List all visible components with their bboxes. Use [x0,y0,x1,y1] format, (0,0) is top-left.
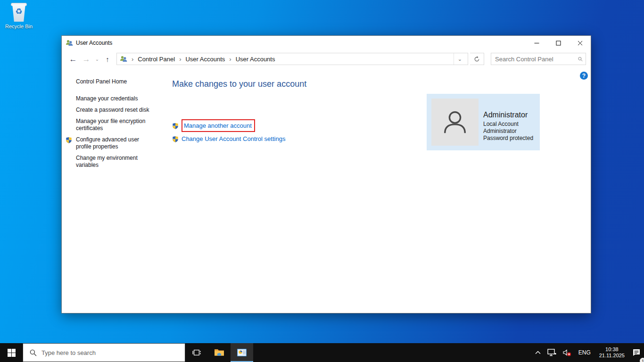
title-bar[interactable]: User Accounts [62,36,591,50]
volume-tray-button[interactable] [560,343,574,362]
recycle-bin-label: Recycle Bin [4,24,34,29]
language-indicator[interactable]: ENG [574,343,595,362]
uac-shield-icon [172,136,179,142]
breadcrumb-separator-icon: › [176,56,184,63]
sidebar-item-advanced-user-profile[interactable]: Configure advanced user profile properti… [76,136,166,150]
system-tray: ENG 10:38 21.11.2025 1 [532,343,644,362]
search-icon [578,56,583,62]
account-name: Administrator [483,111,533,119]
start-button[interactable] [0,343,23,362]
taskbar-search[interactable]: Type here to search [23,343,185,362]
user-silhouette-icon [440,107,470,137]
refresh-icon [474,56,480,62]
search-input[interactable] [495,56,578,63]
address-dropdown-chevron-icon[interactable]: ⌄ [454,53,466,65]
control-panel-search[interactable] [491,53,586,65]
breadcrumb-user-accounts[interactable]: User Accounts [184,55,226,64]
ethernet-network-icon [547,349,556,356]
recent-pages-chevron-icon[interactable]: ⌄ [94,57,100,62]
sidebar: Control Panel Home Manage your credentia… [62,68,166,313]
file-explorer-icon [214,348,224,357]
account-role-line: Administrator [483,128,533,135]
highlight-box: Manage another account [182,119,255,132]
action-center-button[interactable]: 1 [629,343,644,362]
close-button[interactable] [569,36,591,50]
tray-date: 21.11.2025 [599,353,625,359]
tray-overflow-button[interactable] [532,343,544,362]
recycle-bin-icon: ♻ [10,3,27,23]
control-panel-window-icon [237,348,247,357]
maximize-button[interactable] [547,36,569,50]
sidebar-item-control-panel-home[interactable]: Control Panel Home [76,78,166,85]
task-view-button[interactable] [185,343,208,362]
account-type-line: Local Account [483,121,533,128]
user-accounts-breadcrumb-icon [120,55,127,63]
volume-muted-icon [563,349,571,356]
window-content: ? Control Panel Home Manage your credent… [62,68,591,313]
recycle-bin-shortcut[interactable]: ♻ Recycle Bin [4,3,34,29]
uac-shield-icon [66,137,72,143]
window-title: User Accounts [76,40,526,46]
main-pane: Make changes to your user account Manage… [166,68,591,313]
address-bar[interactable]: › Control Panel › User Accounts › User A… [116,53,468,65]
taskbar: Type here to search [0,343,644,362]
breadcrumb-separator-icon: › [128,56,137,63]
task-view-icon [192,348,201,357]
network-tray-button[interactable] [544,343,560,362]
minimize-button[interactable] [526,36,547,50]
tray-time: 10:38 [605,346,619,353]
taskbar-search-placeholder: Type here to search [41,349,96,356]
navigation-bar: ← → ⌄ ↑ › Control Panel › User Accounts … [62,50,591,68]
chevron-up-icon [535,351,541,354]
user-accounts-window: User Accounts ← → ⌄ ↑ › Contro [61,35,591,313]
user-accounts-app-icon [66,39,73,47]
action-center-icon [632,349,641,356]
notification-badge: 1 [640,358,644,362]
sidebar-item-manage-credentials[interactable]: Manage your credentials [76,95,166,102]
search-icon [30,349,37,356]
refresh-button[interactable] [470,53,484,65]
change-uac-settings-link[interactable]: Change User Account Control settings [182,135,285,142]
windows-logo-icon [8,349,16,357]
manage-another-account-link[interactable]: Manage another account [184,122,252,129]
file-explorer-button[interactable] [208,343,231,362]
breadcrumb-separator-icon: › [226,56,234,63]
avatar [431,99,479,146]
account-password-line: Password protected [483,135,533,142]
uac-shield-icon [172,123,179,129]
back-button[interactable]: ← [67,55,79,63]
up-button[interactable]: ↑ [102,55,113,63]
sidebar-item-file-encryption-certificates[interactable]: Manage your file encryption certificates [76,118,166,132]
sidebar-item-password-reset-disk[interactable]: Create a password reset disk [76,107,166,114]
page-title: Make changes to your user account [172,79,591,89]
breadcrumb-user-accounts-2[interactable]: User Accounts [235,55,276,64]
clock[interactable]: 10:38 21.11.2025 [595,343,629,362]
sidebar-item-environment-variables[interactable]: Change my environment variables [76,155,166,169]
user-account-tile[interactable]: Administrator Local Account Administrato… [427,94,540,150]
control-panel-app-button[interactable] [231,343,253,362]
breadcrumb-control-panel[interactable]: Control Panel [137,55,176,64]
forward-button[interactable]: → [81,55,92,63]
